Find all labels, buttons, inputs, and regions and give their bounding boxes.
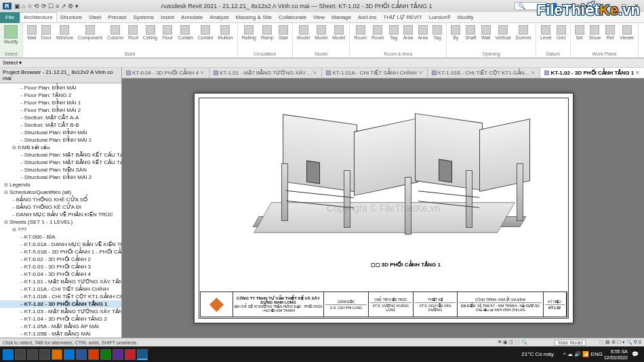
ramp-button[interactable]: Ramp xyxy=(260,24,275,41)
view-control-icons[interactable]: 👁 ▣ ◫ ⬚ 🔍 xyxy=(498,340,528,345)
tree-node[interactable]: Legends xyxy=(0,181,121,188)
tree-node[interactable]: Structural Plan: NỀN SÀN xyxy=(0,166,121,174)
tree-node[interactable]: KT-1.05B - MẶT BẰNG MÁI xyxy=(0,330,121,338)
view-tab[interactable]: KT-1.01A - CHI TIẾT SẢNH CHÍNH ✕ xyxy=(322,68,427,78)
tag-area-button[interactable]: Tag xyxy=(431,24,443,41)
ribbon-tab-precast[interactable]: Precast xyxy=(104,13,129,22)
tree-node[interactable]: KT-0.02 - 3D PHỐI CẢNH 2 xyxy=(0,256,121,263)
area-button[interactable]: Area xyxy=(402,24,415,41)
taskbar-app-icon[interactable] xyxy=(88,349,99,360)
tree-node[interactable]: Section: MẶT CẮT A-A xyxy=(0,114,121,121)
ribbon-tab-manage[interactable]: Manage xyxy=(328,13,355,22)
shaft-button[interactable]: Shaft xyxy=(464,24,477,41)
start-button[interactable] xyxy=(3,349,14,360)
ribbon-tab-architecture[interactable]: Architecture xyxy=(20,12,57,22)
file-tab[interactable]: File xyxy=(0,12,20,23)
area-boundary-button[interactable]: Area xyxy=(416,24,429,41)
taskbar-app-icon[interactable] xyxy=(76,349,87,360)
tree-node[interactable]: DANH MỤC BẢN VẼ PHẦN KIẾN TRÚC xyxy=(0,211,121,218)
tree-node[interactable]: KT-1.01B - CHI TIẾT CỘT KT1-SẢNH CHÍNH xyxy=(0,293,121,300)
taskbar-app-icon[interactable] xyxy=(52,349,62,360)
status-right-icons[interactable]: ⬚ ▤ ⚙ ☐ ▾ 🔍 ∇ 0 xyxy=(599,340,641,345)
project-tree[interactable]: Floor Plan: ĐỈNH MÁIFloor Plan: TẦNG 2Fl… xyxy=(0,83,121,338)
tree-node[interactable]: KT-1.01A - CHI TIẾT SẢNH CHÍNH xyxy=(0,285,121,293)
tree-node[interactable]: BẢNG THỐNG KHÊ CỬA SỔ xyxy=(0,196,121,203)
canvas[interactable]: 3D PHỐI CẢNH TẦNG 1 CÔNG TY TNHH TƯ VẤN … xyxy=(122,79,644,338)
tree-node[interactable]: Floor Plan: ĐỈNH MÁI xyxy=(0,84,121,92)
model-group-button[interactable]: Model xyxy=(331,24,346,41)
taskbar-autocad-icon[interactable] xyxy=(125,349,136,360)
taskbar-taskview-icon[interactable] xyxy=(39,349,50,360)
window-button[interactable]: Window xyxy=(55,24,75,41)
tree-node[interactable]: Floor Plan: TẦNG 2 xyxy=(0,92,121,99)
ribbon-tab-annotate[interactable]: Annotate xyxy=(178,13,206,22)
ribbon-tab-insert[interactable]: Insert xyxy=(157,13,178,22)
railing-button[interactable]: Railing xyxy=(241,24,258,41)
curtain-grid-button[interactable]: Curtain xyxy=(197,24,215,41)
ribbon-tab-systems[interactable]: Systems xyxy=(129,13,157,22)
qat-icons[interactable]: ▣ ⌂ ☆ ⟲ ⟳ ☐ ≡ ↗ ⚙ ▾ xyxy=(14,3,79,9)
taskbar-app-icon[interactable] xyxy=(64,349,75,360)
tree-node[interactable]: Section: MẶT CẮT B-B xyxy=(0,121,121,129)
room-button[interactable]: Room xyxy=(353,24,368,41)
tree-node[interactable]: KT-0.03 - 3D PHỐI CẢNH 3 xyxy=(0,263,121,270)
taskbar-revit-icon[interactable] xyxy=(137,349,148,360)
door-button[interactable]: Door xyxy=(40,24,53,41)
ribbon-tab-add-ins[interactable]: Add-Ins xyxy=(355,13,380,22)
ribbon-tab-structure[interactable]: Structure xyxy=(57,13,85,22)
viewer-button[interactable]: Viewer xyxy=(618,24,635,41)
wall-button[interactable]: Wall xyxy=(26,24,38,41)
windows-taskbar[interactable]: 21°C Có mây ^ ☁ 🔊 📶 ENG 8:55 SA12/03/202… xyxy=(0,346,644,362)
ribbon-tab-th-l-revit[interactable]: THƯ LỰ REVIT xyxy=(380,13,426,22)
workset-selector[interactable]: Main Model xyxy=(555,340,586,346)
tree-node[interactable]: BẢNG THỐNG KÊ CỬA ĐI xyxy=(0,203,121,211)
tree-node[interactable]: II.MB kết cấu xyxy=(0,144,121,151)
ribbon-tab-lumion-[interactable]: Lumion® xyxy=(426,13,454,22)
vertical-button[interactable]: Vertical xyxy=(494,24,512,41)
by-face-button[interactable]: By xyxy=(449,24,462,41)
notifications-icon[interactable]: 💬 xyxy=(629,351,641,357)
tree-node[interactable]: Structural Plan: MẶT BẰNG KẾT CẤU TẦNG 1 xyxy=(0,151,121,159)
mullion-button[interactable]: Mullion xyxy=(216,24,234,41)
model-line-button[interactable]: Model xyxy=(313,24,329,41)
taskbar-search-icon[interactable] xyxy=(15,349,26,360)
taskbar-clock[interactable]: 8:55 SA12/03/2022 xyxy=(604,348,628,361)
taskbar-cortana-icon[interactable] xyxy=(27,349,38,360)
tree-node[interactable]: Floor Plan: ĐỈNH MÁI 2 xyxy=(0,106,121,114)
taskbar-app-icon[interactable] xyxy=(113,349,123,360)
tree-node[interactable]: KT-1.04 - 3D PHỐI CẢNH TẦNG 2 xyxy=(0,315,121,323)
modify-button[interactable]: Modify xyxy=(3,24,20,45)
model-text-button[interactable]: Model xyxy=(296,24,311,41)
tree-node[interactable]: Structural Plan: ĐỈNH MÁI xyxy=(0,129,121,136)
tag-room-button[interactable]: Tag xyxy=(388,24,400,41)
column-button[interactable]: Column xyxy=(106,24,125,41)
weather-widget[interactable]: 21°C Có mây xyxy=(521,351,554,357)
room-separator-button[interactable]: Room xyxy=(370,24,386,41)
tree-node[interactable]: Floor Plan: ĐỈNH MÁI 1 xyxy=(0,99,121,106)
tree-node[interactable]: KT-1.03 - MẶT BẰNG TƯỜNG XÂY TẦNG 2 xyxy=(0,308,121,315)
set-button[interactable]: Set xyxy=(573,24,586,41)
tray-icons[interactable]: ^ ☁ 🔊 📶 ENG xyxy=(563,351,603,357)
tree-node[interactable]: Schedules/Quantities (all) xyxy=(0,188,121,196)
tree-node[interactable]: KT-0.04 - 3D PHỐI CẢNH 4 xyxy=(0,270,121,278)
tree-node[interactable]: Structural Plan: ĐỈNH MÁI 2 xyxy=(0,174,121,181)
tree-node[interactable]: KT-5.01B - 3D PHỐI CẢNH 1 - PHỐI CẢNH xyxy=(0,248,121,256)
curtain-system-button[interactable]: Curtain xyxy=(176,24,195,41)
floor-button[interactable]: Floor xyxy=(161,24,174,41)
ribbon-tab-steel[interactable]: Steel xyxy=(85,13,104,22)
tree-node[interactable]: KT-0.01A - DANH MỤC BẢN VẼ KIẾN TRÚC xyxy=(0,241,121,248)
roof-button[interactable]: Roof xyxy=(127,24,140,41)
view-tab[interactable]: KT-1.02 - 3D PHỐI CẢNH TẦNG 1 ✕ xyxy=(540,68,644,78)
tree-node[interactable]: Structural Plan: MẶT BẰNG KẾT CẤU TẦNG 2 xyxy=(0,159,121,166)
tree-node[interactable]: KT-1.05A - MẶT BẰNG ÁP MÁI xyxy=(0,323,121,330)
taskbar-app-icon[interactable] xyxy=(100,349,111,360)
dormer-button[interactable]: Dormer xyxy=(515,24,533,41)
view-tab[interactable]: KT-1.01 - MẶT BẰNG TƯỜNG XÂY… ✕ xyxy=(209,68,322,78)
ref-plane-button[interactable]: Ref xyxy=(604,24,616,41)
show-button[interactable]: Show xyxy=(588,24,603,41)
tree-node[interactable]: KT-1.02 - 3D PHỐI CẢNH TẦNG 1 xyxy=(0,300,121,308)
view-tab[interactable]: KT-0.04 - 3D PHỐI CẢNH 4 ✕ xyxy=(122,68,209,78)
grid-button[interactable]: Grid xyxy=(555,24,567,41)
ribbon-tab-view[interactable]: View xyxy=(310,13,328,22)
component-button[interactable]: Component xyxy=(77,24,104,41)
